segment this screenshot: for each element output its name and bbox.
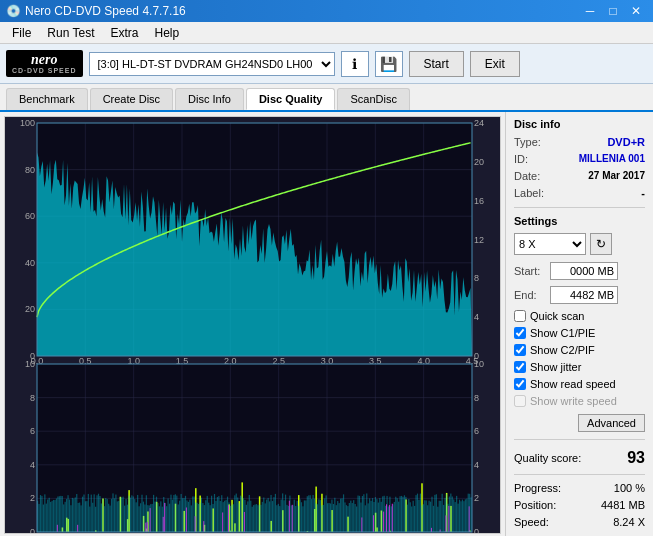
show-read-speed-row: Show read speed: [514, 378, 645, 390]
show-read-speed-label: Show read speed: [530, 378, 616, 390]
tab-create-disc[interactable]: Create Disc: [90, 88, 173, 110]
app-title: Nero CD-DVD Speed 4.7.7.16: [25, 4, 186, 18]
menu-bar: File Run Test Extra Help: [0, 22, 653, 44]
drive-select[interactable]: [3:0] HL-DT-ST DVDRAM GH24NSD0 LH00: [89, 52, 335, 76]
divider-2: [514, 439, 645, 440]
menu-run-test[interactable]: Run Test: [39, 24, 102, 42]
close-button[interactable]: ✕: [625, 2, 647, 20]
show-write-speed-checkbox: [514, 395, 526, 407]
show-c2-pif-label: Show C2/PIF: [530, 344, 595, 356]
show-jitter-checkbox[interactable]: [514, 361, 526, 373]
progress-value: 100 %: [614, 482, 645, 494]
end-label: End:: [514, 289, 546, 301]
disc-date-row: Date: 27 Mar 2017: [514, 170, 645, 182]
show-read-speed-checkbox[interactable]: [514, 378, 526, 390]
menu-help[interactable]: Help: [147, 24, 188, 42]
position-label: Position:: [514, 499, 556, 511]
disc-type-row: Type: DVD+R: [514, 136, 645, 148]
tab-benchmark[interactable]: Benchmark: [6, 88, 88, 110]
disc-id-label: ID:: [514, 153, 528, 165]
disc-label-value: -: [641, 187, 645, 199]
minimize-button[interactable]: ─: [579, 2, 601, 20]
nero-logo: nero CD·DVD SPEED: [6, 50, 83, 77]
disc-date-value: 27 Mar 2017: [588, 170, 645, 182]
quick-scan-label: Quick scan: [530, 310, 584, 322]
menu-file[interactable]: File: [4, 24, 39, 42]
menu-extra[interactable]: Extra: [102, 24, 146, 42]
speed-settings-row: 8 X 4 X 2 X Max ↻: [514, 233, 645, 255]
app-icon: 💿: [6, 4, 21, 18]
progress-label: Progress:: [514, 482, 561, 494]
show-c1-pie-label: Show C1/PIE: [530, 327, 595, 339]
quick-scan-checkbox[interactable]: [514, 310, 526, 322]
position-value: 4481 MB: [601, 499, 645, 511]
drive-info-button[interactable]: ℹ: [341, 51, 369, 77]
toolbar: nero CD·DVD SPEED [3:0] HL-DT-ST DVDRAM …: [0, 44, 653, 84]
save-button[interactable]: 💾: [375, 51, 403, 77]
tab-disc-info[interactable]: Disc Info: [175, 88, 244, 110]
show-jitter-label: Show jitter: [530, 361, 581, 373]
disc-type-value: DVD+R: [607, 136, 645, 148]
quality-score-row: Quality score: 93: [514, 449, 645, 467]
main-chart: [5, 117, 500, 533]
speed-select[interactable]: 8 X 4 X 2 X Max: [514, 233, 586, 255]
divider-3: [514, 474, 645, 475]
end-input[interactable]: [550, 286, 618, 304]
speed-value: 8.24 X: [613, 516, 645, 528]
title-bar-left: 💿 Nero CD-DVD Speed 4.7.7.16: [6, 4, 186, 18]
speed-label: Speed:: [514, 516, 549, 528]
show-jitter-row: Show jitter: [514, 361, 645, 373]
main-area: Disc info Type: DVD+R ID: MILLENIA 001 D…: [0, 112, 653, 536]
show-c1-pie-checkbox[interactable]: [514, 327, 526, 339]
tab-disc-quality[interactable]: Disc Quality: [246, 88, 336, 110]
advanced-button[interactable]: Advanced: [578, 414, 645, 432]
title-bar: 💿 Nero CD-DVD Speed 4.7.7.16 ─ □ ✕: [0, 0, 653, 22]
quick-scan-row: Quick scan: [514, 310, 645, 322]
show-c2-pif-row: Show C2/PIF: [514, 344, 645, 356]
speed-row: Speed: 8.24 X: [514, 516, 645, 528]
disc-date-label: Date:: [514, 170, 540, 182]
disc-id-value: MILLENIA 001: [579, 153, 645, 165]
tabs: Benchmark Create Disc Disc Info Disc Qua…: [0, 84, 653, 112]
disc-id-row: ID: MILLENIA 001: [514, 153, 645, 165]
quality-score-value: 93: [627, 449, 645, 467]
tab-scan-disc[interactable]: ScanDisc: [337, 88, 409, 110]
show-write-speed-label: Show write speed: [530, 395, 617, 407]
settings-title: Settings: [514, 215, 645, 227]
maximize-button[interactable]: □: [602, 2, 624, 20]
show-c1-pie-row: Show C1/PIE: [514, 327, 645, 339]
disc-type-label: Type:: [514, 136, 541, 148]
start-mb-row: Start:: [514, 262, 645, 280]
disc-label-row: Label: -: [514, 187, 645, 199]
start-button[interactable]: Start: [409, 51, 464, 77]
exit-button[interactable]: Exit: [470, 51, 520, 77]
title-bar-controls: ─ □ ✕: [579, 2, 647, 20]
show-write-speed-row: Show write speed: [514, 395, 645, 407]
end-mb-row: End:: [514, 286, 645, 304]
disc-info-title: Disc info: [514, 118, 645, 130]
divider-1: [514, 207, 645, 208]
show-c2-pif-checkbox[interactable]: [514, 344, 526, 356]
disc-label-label: Label:: [514, 187, 544, 199]
right-panel: Disc info Type: DVD+R ID: MILLENIA 001 D…: [505, 112, 653, 536]
progress-row: Progress: 100 %: [514, 482, 645, 494]
start-input[interactable]: [550, 262, 618, 280]
advanced-btn-container: Advanced: [514, 412, 645, 432]
refresh-button[interactable]: ↻: [590, 233, 612, 255]
start-label: Start:: [514, 265, 546, 277]
quality-score-label: Quality score:: [514, 452, 581, 464]
chart-area: [4, 116, 501, 534]
position-row: Position: 4481 MB: [514, 499, 645, 511]
